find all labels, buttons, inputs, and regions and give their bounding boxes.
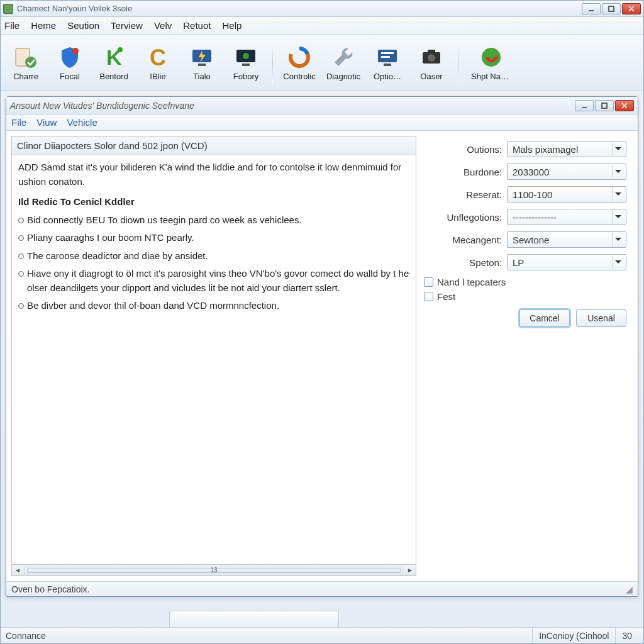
checkbox-fest[interactable]: Fest [424, 291, 626, 302]
speton-combo[interactable]: LP [507, 254, 626, 270]
menu-seution[interactable]: Seution [67, 20, 99, 31]
letter-c-icon: C [145, 44, 171, 70]
toolbar-optio[interactable]: Optio… [367, 42, 408, 84]
list-item: Pliany caaraghs I our boom NTC pearly. [27, 231, 409, 245]
bottom-tab[interactable] [169, 611, 339, 627]
menu-file[interactable]: File [4, 20, 19, 31]
window-title: Chamect Nan'youn Veilek 3sole [17, 4, 580, 13]
svg-point-14 [243, 53, 249, 59]
field-outions: Outions: Mals pixamagel [423, 141, 626, 157]
field-reserat: Reserat: 1100-100 [423, 186, 626, 203]
list-item: Bid connectly BEU To diown us teegin par… [27, 213, 409, 228]
field-label: Unflegotions: [447, 212, 502, 223]
toolbar-shptname-label: Shpt Name [471, 72, 511, 81]
options-panel: Outions: Mals pixamagel Burdone: 2033000… [419, 136, 633, 576]
wrench-icon [330, 44, 357, 70]
toolbar-diagnotic[interactable]: Diagnotic [323, 42, 364, 84]
toolbar-focal[interactable]: Focal [50, 42, 90, 84]
cancel-button[interactable]: Camcel [519, 309, 570, 327]
toolbar-oaser[interactable]: Oaser [411, 42, 452, 84]
checkbox-icon[interactable] [424, 292, 433, 301]
child-body: Clinor Diiapocters Solor dand 502 jpon (… [6, 131, 638, 581]
menu-velv[interactable]: Velv [154, 20, 172, 31]
scroll-right-icon[interactable]: ► [404, 567, 416, 574]
child-window-controls [574, 100, 634, 111]
toolbar-bentord-label: Bentord [99, 72, 128, 81]
menu-help[interactable]: Help [222, 20, 242, 31]
refresh-cycle-icon [286, 44, 313, 70]
scroll-label: 13 [210, 567, 217, 574]
field-label: Reserat: [466, 189, 502, 200]
svg-point-20 [428, 54, 435, 62]
toolbar-iblie[interactable]: C IBlie [138, 42, 178, 84]
horizontal-scrollbar[interactable]: ◄ 13 ► [12, 564, 416, 575]
toolbar-bentord[interactable]: K Bentord [94, 42, 134, 84]
status-left: Connance [6, 631, 46, 641]
monitor-settings-icon [374, 44, 401, 70]
checkbox-icon[interactable] [424, 277, 433, 287]
maximize-button[interactable] [602, 3, 621, 14]
toolbar-oaser-label: Oaser [420, 72, 442, 81]
svg-point-8 [118, 47, 123, 52]
child-titlebar: Ansourt New Vitudes' Bundidogenic Seefnv… [6, 97, 638, 114]
child-menu-vehicle[interactable]: Vehicle [67, 117, 97, 128]
field-label: Burdone: [464, 167, 502, 177]
document-check-icon [13, 44, 39, 70]
scroll-left-icon[interactable]: ◄ [12, 567, 23, 574]
letter-k-icon: K [101, 44, 127, 70]
list-item: Hiave ony it diagrogt to öl mct it's par… [27, 267, 409, 295]
child-close-button[interactable] [615, 100, 634, 111]
svg-rect-24 [602, 103, 607, 108]
combo-value: Mals pixamagel [513, 144, 612, 155]
burdone-combo[interactable]: 2033000 [507, 164, 626, 180]
toolbar-tialo[interactable]: Tialo [182, 42, 222, 84]
toolbar-charre[interactable]: Charre [6, 42, 46, 84]
svg-rect-16 [384, 64, 391, 66]
document-heading: Ild Redic To Cenicl Kddler [18, 195, 409, 209]
bottom-tab-area [6, 602, 638, 627]
child-maximize-button[interactable] [595, 100, 614, 111]
field-unflegotions: Unflegotions: -------------- [423, 209, 626, 225]
field-burdone: Burdone: 2033000 [423, 164, 626, 180]
chevron-down-icon [612, 255, 623, 269]
combo-value: -------------- [513, 212, 612, 223]
resize-grip-icon[interactable]: ◢ [626, 584, 633, 594]
field-speton: Speton: LP [423, 254, 626, 270]
menu-terview[interactable]: Terview [111, 20, 143, 31]
toolbar-separator-2 [458, 42, 458, 84]
chevron-down-icon [612, 165, 623, 179]
checkbox-label: Nand l tepcaters [437, 277, 506, 287]
list-item: The caroose deadictor and diae by anside… [27, 249, 409, 264]
combo-value: 2033000 [513, 167, 612, 177]
child-minimize-button[interactable] [575, 100, 594, 111]
checkbox-nand[interactable]: Nand l tepcaters [424, 277, 626, 287]
child-menu-viuw[interactable]: Viuw [36, 117, 57, 128]
menu-retuot[interactable]: Retuot [183, 20, 211, 31]
list-item: Be divber and devor thil of-boan dand VC… [27, 299, 409, 313]
toolbar-controlic[interactable]: Controlic [279, 42, 319, 84]
menu-heme[interactable]: Heme [31, 20, 56, 31]
minimize-button[interactable] [582, 3, 601, 14]
document-content: ADD Samd stat it's your bilideren K'a wi… [12, 155, 416, 564]
reserat-combo[interactable]: 1100-100 [507, 186, 626, 203]
monitor-bolt-icon [189, 44, 215, 70]
child-window-title: Ansourt New Vitudes' Bundidogenic Seefnv… [10, 101, 574, 111]
toolbar-controlic-label: Controlic [283, 72, 315, 81]
toolbar-fobory[interactable]: Fobory [226, 42, 266, 84]
usenal-button[interactable]: Usenal [576, 309, 626, 327]
unflegotions-combo[interactable]: -------------- [507, 209, 626, 225]
close-button[interactable] [622, 3, 641, 14]
status-right-a: InConioy (Cinhool [532, 628, 615, 643]
chevron-down-icon [612, 142, 623, 156]
mecangent-combo[interactable]: Sewtone [507, 231, 626, 248]
svg-point-6 [72, 48, 79, 54]
child-menubar: File Viuw Vehicle [6, 114, 638, 131]
chevron-down-icon [612, 233, 623, 247]
svg-rect-18 [381, 56, 390, 58]
child-window: Ansourt New Vitudes' Bundidogenic Seefnv… [6, 96, 638, 597]
outions-combo[interactable]: Mals pixamagel [507, 141, 626, 157]
child-menu-file[interactable]: File [11, 117, 26, 128]
monitor-dark-icon [233, 44, 259, 70]
scrollbar-track[interactable]: 13 [25, 567, 403, 574]
toolbar-shptname[interactable]: Shpt Name [465, 42, 518, 84]
